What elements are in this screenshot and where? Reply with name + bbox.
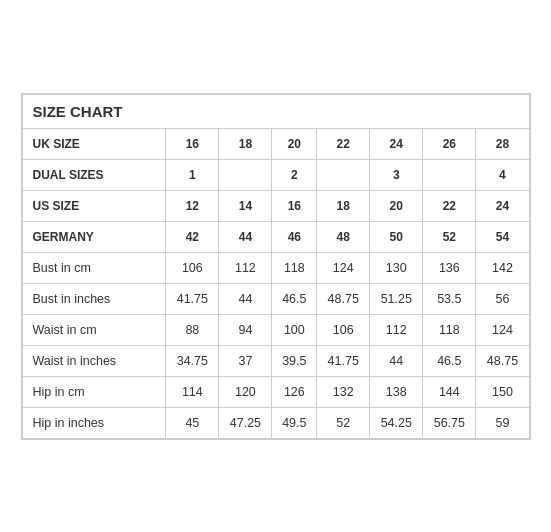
cell: 136: [423, 252, 476, 283]
cell: 100: [272, 314, 317, 345]
cell: 53.5: [423, 283, 476, 314]
cell: 150: [476, 376, 529, 407]
cell: 44: [219, 221, 272, 252]
cell: 118: [272, 252, 317, 283]
cell: 18: [219, 128, 272, 159]
table-row: GERMANY42444648505254: [22, 221, 529, 252]
row-label: Waist in cm: [22, 314, 166, 345]
cell: 1: [166, 159, 219, 190]
row-label: Waist in inches: [22, 345, 166, 376]
cell: 22: [423, 190, 476, 221]
cell: 20: [370, 190, 423, 221]
size-chart-table: SIZE CHART UK SIZE16182022242628DUAL SIZ…: [22, 94, 530, 439]
cell: 114: [166, 376, 219, 407]
cell: 56.75: [423, 407, 476, 438]
cell: 39.5: [272, 345, 317, 376]
cell: 44: [370, 345, 423, 376]
table-row: UK SIZE16182022242628: [22, 128, 529, 159]
cell: 16: [166, 128, 219, 159]
cell: 2: [272, 159, 317, 190]
cell: [317, 159, 370, 190]
cell: 118: [423, 314, 476, 345]
table-row: Waist in inches34.753739.541.754446.548.…: [22, 345, 529, 376]
row-label: Bust in inches: [22, 283, 166, 314]
row-label: Bust in cm: [22, 252, 166, 283]
cell: 124: [317, 252, 370, 283]
row-label: Hip in cm: [22, 376, 166, 407]
cell: 124: [476, 314, 529, 345]
cell: 14: [219, 190, 272, 221]
cell: 142: [476, 252, 529, 283]
cell: 112: [219, 252, 272, 283]
cell: 48.75: [317, 283, 370, 314]
cell: 24: [476, 190, 529, 221]
cell: 34.75: [166, 345, 219, 376]
table-row: Bust in cm106112118124130136142: [22, 252, 529, 283]
cell: 44: [219, 283, 272, 314]
cell: 56: [476, 283, 529, 314]
cell: 54.25: [370, 407, 423, 438]
row-label: Hip in inches: [22, 407, 166, 438]
cell: [423, 159, 476, 190]
cell: 18: [317, 190, 370, 221]
cell: 16: [272, 190, 317, 221]
cell: 46.5: [423, 345, 476, 376]
cell: 4: [476, 159, 529, 190]
cell: 12: [166, 190, 219, 221]
cell: 106: [317, 314, 370, 345]
cell: 3: [370, 159, 423, 190]
cell: 45: [166, 407, 219, 438]
cell: 54: [476, 221, 529, 252]
table-row: Bust in inches41.754446.548.7551.2553.55…: [22, 283, 529, 314]
cell: 106: [166, 252, 219, 283]
table-row: Hip in inches4547.2549.55254.2556.7559: [22, 407, 529, 438]
row-label: GERMANY: [22, 221, 166, 252]
header-row: SIZE CHART: [22, 94, 529, 128]
cell: 46.5: [272, 283, 317, 314]
cell: 52: [423, 221, 476, 252]
cell: 50: [370, 221, 423, 252]
cell: 48: [317, 221, 370, 252]
cell: 37: [219, 345, 272, 376]
cell: 42: [166, 221, 219, 252]
cell: 41.75: [166, 283, 219, 314]
cell: 26: [423, 128, 476, 159]
cell: 144: [423, 376, 476, 407]
cell: 24: [370, 128, 423, 159]
cell: 130: [370, 252, 423, 283]
table-row: Waist in cm8894100106112118124: [22, 314, 529, 345]
cell: 20: [272, 128, 317, 159]
cell: 28: [476, 128, 529, 159]
cell: 48.75: [476, 345, 529, 376]
table-row: US SIZE12141618202224: [22, 190, 529, 221]
cell: 138: [370, 376, 423, 407]
cell: 46: [272, 221, 317, 252]
cell: 49.5: [272, 407, 317, 438]
cell: 52: [317, 407, 370, 438]
cell: 47.25: [219, 407, 272, 438]
row-label: UK SIZE: [22, 128, 166, 159]
table-row: DUAL SIZES1234: [22, 159, 529, 190]
table-title: SIZE CHART: [22, 94, 529, 128]
cell: 112: [370, 314, 423, 345]
cell: 120: [219, 376, 272, 407]
cell: 22: [317, 128, 370, 159]
cell: 126: [272, 376, 317, 407]
cell: 94: [219, 314, 272, 345]
table-row: Hip in cm114120126132138144150: [22, 376, 529, 407]
cell: 132: [317, 376, 370, 407]
cell: 41.75: [317, 345, 370, 376]
cell: 51.25: [370, 283, 423, 314]
cell: 59: [476, 407, 529, 438]
size-chart-wrapper: SIZE CHART UK SIZE16182022242628DUAL SIZ…: [21, 93, 531, 440]
row-label: DUAL SIZES: [22, 159, 166, 190]
cell: [219, 159, 272, 190]
row-label: US SIZE: [22, 190, 166, 221]
cell: 88: [166, 314, 219, 345]
